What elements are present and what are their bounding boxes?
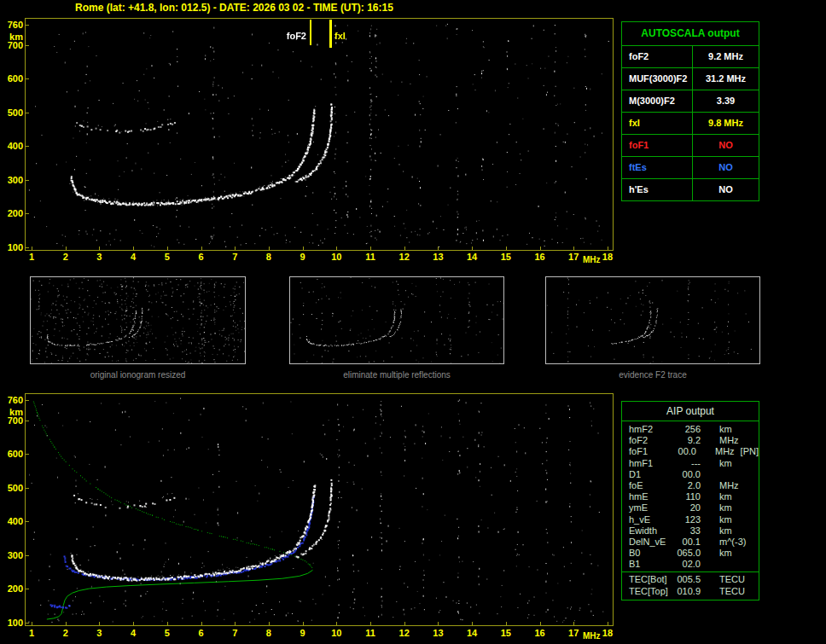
aip-param-value: 065.0	[675, 548, 701, 559]
autoscala-param-label: MUF(3000)F2	[622, 68, 693, 90]
aip-param-label: TEC[Bot]	[622, 574, 675, 585]
y-tick-label: 400	[1, 141, 23, 151]
autoscala-param-label: ftEs	[622, 157, 693, 178]
autoscala-output-table: AUTOSCALA output foF29.2 MHzMUF(3000)F23…	[621, 21, 759, 201]
autoscala-row: foF29.2 MHz	[622, 46, 759, 68]
aip-param-unit: m^(-3)	[701, 537, 746, 548]
aip-param-value: 00.1	[675, 537, 701, 548]
autoscala-param-value: NO	[693, 179, 759, 200]
x-tick-label: 8	[258, 252, 280, 262]
aip-param-value: 005.5	[675, 574, 701, 585]
x-tick-label: 17	[562, 252, 585, 262]
autoscala-param-label: foF1	[622, 135, 693, 156]
y-tick-label: 100	[1, 618, 23, 628]
aip-row: hmF2256km	[622, 424, 759, 435]
x-tick-label: 11	[359, 252, 381, 262]
x-axis-unit: MHz	[583, 255, 601, 264]
autoscala-row: foF1NO	[622, 135, 759, 157]
autoscala-param-value: 31.2 MHz	[693, 68, 759, 90]
aip-param-label: hmF2	[622, 424, 675, 435]
aip-param-unit: TECU	[701, 574, 745, 585]
aip-param-value: 33	[675, 525, 701, 537]
aip-param-unit: km	[701, 548, 732, 559]
aip-param-label: foE	[622, 480, 675, 491]
ionogram-plot-bottom	[25, 393, 614, 626]
aip-param-value: 9.2	[675, 435, 701, 446]
y-tick-label: 200	[1, 208, 23, 218]
aip-param-label: ymE	[622, 502, 675, 513]
aip-param-value: 256	[675, 424, 701, 435]
x-tick-label: 15	[495, 628, 517, 638]
aip-row: B0065.0km	[622, 548, 759, 559]
autoscala-row: MUF(3000)F231.2 MHz	[622, 68, 759, 90]
thumbnail-original-ionogram	[30, 276, 246, 364]
x-axis-unit: MHz	[583, 631, 601, 641]
ionogram-canvas-top	[26, 19, 613, 250]
aip-param-label: B0	[622, 548, 675, 559]
x-tick-label: 14	[461, 252, 483, 262]
aip-row: B102.0	[622, 559, 759, 570]
x-tick-label: 6	[190, 252, 212, 262]
y-axis-unit: km	[1, 32, 23, 42]
x-tick-label: 9	[292, 628, 314, 638]
x-tick-label: 11	[359, 628, 381, 638]
x-tick-label: 2	[55, 252, 77, 262]
aip-param-label: foF1	[622, 446, 672, 457]
x-tick-label: 9	[292, 252, 314, 262]
aip-param-unit	[701, 559, 719, 570]
aip-param-label: foF2	[622, 435, 675, 446]
x-tick-label: 3	[88, 628, 110, 638]
y-tick-label: 400	[1, 516, 23, 526]
aip-param-extra: [PN]	[735, 446, 759, 457]
x-tick-label: 6	[190, 628, 212, 638]
aip-param-value: ---	[675, 458, 701, 469]
thumbnail-caption-original: original ionogram resized	[30, 370, 246, 380]
aip-param-unit: km	[701, 491, 732, 502]
y-tick-label: 600	[1, 449, 23, 459]
x-tick-label: 7	[224, 628, 246, 638]
y-tick-label: 300	[1, 175, 23, 185]
x-tick-label: 8	[258, 628, 280, 638]
y-axis-unit: km	[1, 407, 23, 417]
aip-param-label: B1	[622, 559, 675, 570]
autoscala-param-value: 9.2 MHz	[693, 46, 759, 67]
aip-param-value: 20	[675, 502, 701, 513]
autoscala-param-label: fxI	[622, 113, 693, 134]
ionogram-canvas-bottom	[26, 394, 613, 625]
aip-row: DelN_vE00.1m^(-3)	[622, 537, 759, 548]
thumbnail-eliminate-canvas	[290, 277, 503, 363]
autoscala-param-value: NO	[693, 135, 759, 156]
autoscala-param-label: h'Es	[622, 179, 693, 200]
x-tick-label: 14	[461, 628, 483, 638]
thumbnail-caption-evidence: evidence F2 trace	[545, 370, 760, 380]
x-tick-label: 7	[224, 252, 246, 262]
aip-param-label: D1	[622, 469, 675, 480]
y-tick-label: 500	[1, 107, 23, 118]
aip-row: foF100.0MHz[PN]	[622, 446, 759, 457]
autoscala-param-value: 3.39	[693, 90, 759, 112]
y-tick-label: 760	[1, 20, 23, 30]
x-tick-label: 1	[20, 252, 43, 262]
aip-param-unit: km	[701, 514, 732, 525]
x-tick-label: 13	[427, 628, 449, 638]
thumbnail-eliminate-reflections	[289, 276, 504, 364]
x-tick-label: 2	[55, 628, 77, 638]
x-tick-label: 12	[393, 628, 416, 638]
autoscala-table-title: AUTOSCALA output	[622, 22, 759, 46]
y-tick-label: 500	[1, 483, 23, 493]
aip-param-unit: km	[701, 424, 732, 435]
aip-row: foE2.0MHz	[622, 480, 759, 491]
autoscala-row: h'EsNO	[622, 179, 759, 200]
aip-table-body: hmF2256kmfoF29.2MHzfoF100.0MHz[PN]hmF1--…	[622, 421, 759, 597]
aip-row: hmF1---km	[622, 458, 759, 469]
y-tick-label: 300	[1, 550, 23, 560]
aip-output-table: AIP output hmF2256kmfoF29.2MHzfoF100.0MH…	[621, 401, 759, 600]
aip-row: hmE110km	[622, 491, 759, 502]
x-tick-label: 12	[393, 252, 416, 262]
x-tick-label: 16	[529, 252, 551, 262]
x-tick-label: 5	[156, 252, 178, 262]
aip-row: Ewidth33km	[622, 525, 759, 537]
x-tick-label: 4	[122, 252, 144, 262]
station-date-title: Rome (lat: +41.8, lon: 012.5) - DATE: 20…	[75, 2, 393, 14]
aip-param-label: h_vE	[622, 514, 675, 525]
